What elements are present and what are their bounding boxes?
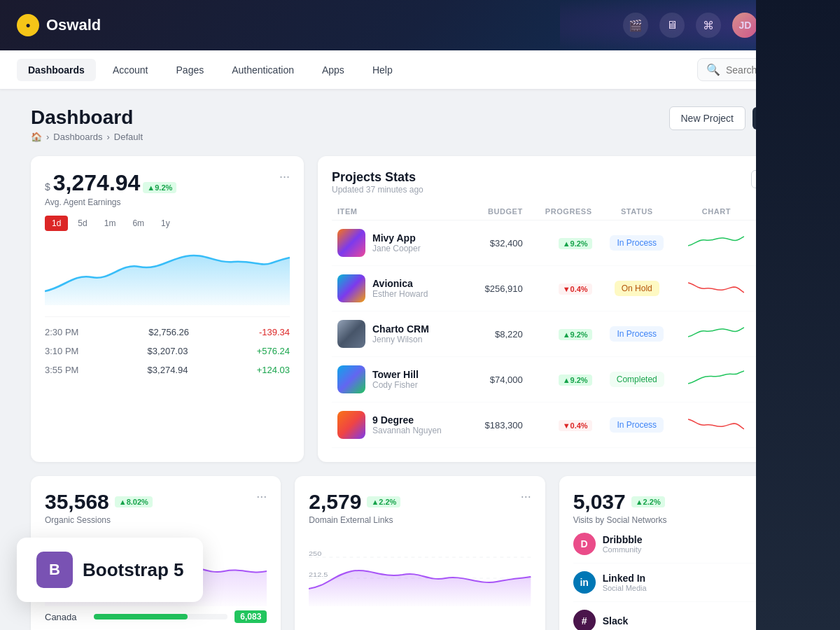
col-item: ITEM: [332, 203, 470, 220]
card-menu-icon[interactable]: ···: [279, 170, 290, 183]
links-card: ··· 2,579 ▲2.2% Domain External Links: [295, 476, 545, 630]
links-label: Domain External Links: [309, 515, 531, 525]
earnings-row-3: 3:55 PM $3,274.94 +124.03: [45, 360, 290, 379]
col-status: STATUS: [598, 203, 676, 220]
page-title: Dashboard: [31, 106, 143, 129]
status-badge: In Process: [610, 326, 664, 342]
topbar: ● Oswald 🎬 🖥 ⌘ JD + Invite: [0, 0, 840, 50]
project-thumb-charto: [337, 320, 365, 348]
breadcrumb-home[interactable]: 🏠: [31, 132, 42, 142]
subnav-item-dashboards[interactable]: Dashboards: [17, 59, 96, 81]
bootstrap-promo: B Bootstrap 5: [17, 538, 203, 602]
top-cards-row: ··· $ 3,274.94 ▲9.2% Avg. Agent Earnings…: [31, 156, 809, 462]
subnav-item-account[interactable]: Account: [102, 59, 160, 81]
earnings-subtitle: Avg. Agent Earnings: [45, 197, 290, 207]
status-badge: In Process: [610, 417, 664, 433]
table-row: Charto CRM Jenny Wilson $8,220 ▲9.2% In …: [332, 312, 795, 357]
project-thumb-tower: [337, 365, 365, 393]
subnav-item-pages[interactable]: Pages: [165, 59, 216, 81]
links-badge: ▲2.2%: [367, 496, 400, 507]
breadcrumb-dashboards[interactable]: Dashboards: [53, 132, 102, 142]
table-row: Tower Hill Cody Fisher $74,000 ▲9.2% Com…: [332, 357, 795, 402]
col-budget: BUDGET: [470, 203, 528, 220]
logo-area: ● Oswald: [17, 14, 623, 36]
status-badge: Completed: [610, 372, 664, 387]
sessions-label: Organic Sessions: [45, 515, 267, 525]
projects-header: Projects Stats Updated 37 minutes ago Hi…: [332, 170, 795, 195]
col-progress: PROGRESS: [528, 203, 598, 220]
slack-icon: #: [573, 610, 596, 630]
projects-table: ITEM BUDGET PROGRESS STATUS CHART VIEW: [332, 203, 795, 448]
linkedin-icon: in: [573, 571, 596, 594]
status-badge: On Hold: [615, 281, 659, 296]
bootstrap-icon: B: [36, 552, 73, 588]
earnings-badge: ▲9.2%: [143, 182, 176, 193]
logo-icon: ●: [17, 14, 39, 36]
time-btn-1m[interactable]: 1m: [97, 216, 123, 231]
sessions-amount: 35,568: [45, 490, 109, 514]
time-btn-1d[interactable]: 1d: [45, 216, 68, 231]
earnings-chart: [45, 242, 290, 305]
dribbble-icon: D: [573, 533, 596, 555]
status-badge: In Process: [610, 235, 664, 251]
share-icon[interactable]: ⌘: [696, 13, 721, 38]
links-amount: 2,579: [309, 490, 361, 514]
avatar[interactable]: JD: [732, 13, 757, 38]
time-filters: 1d 5d 1m 6m 1y: [45, 216, 290, 231]
time-btn-1y[interactable]: 1y: [154, 216, 177, 231]
table-row: Mivy App Jane Cooper $32,400 ▲9.2% In Pr…: [332, 220, 795, 266]
subnav-item-help[interactable]: Help: [361, 59, 404, 81]
col-chart: CHART: [676, 203, 757, 220]
monitor-icon[interactable]: 🖥: [659, 13, 685, 38]
earnings-row-1: 2:30 PM $2,756.26 -139.34: [45, 323, 290, 342]
logo-name: Oswald: [46, 16, 101, 34]
earnings-rows: 2:30 PM $2,756.26 -139.34 3:10 PM $3,207…: [45, 316, 290, 379]
earnings-card: ··· $ 3,274.94 ▲9.2% Avg. Agent Earnings…: [31, 156, 304, 462]
project-thumb-avionica: [337, 274, 365, 302]
project-thumb-9degree: [337, 411, 365, 439]
projects-card: Projects Stats Updated 37 minutes ago Hi…: [318, 156, 809, 462]
new-project-button[interactable]: New Project: [669, 106, 746, 130]
dark-overlay: [756, 0, 840, 630]
earnings-row-2: 3:10 PM $3,207.03 +576.24: [45, 342, 290, 360]
projects-updated: Updated 37 minutes ago: [332, 185, 424, 195]
earnings-value: 3,274.94: [53, 170, 141, 196]
links-chart: 250 212.5: [309, 536, 531, 606]
social-amount: 5,037: [573, 490, 626, 514]
page-header: Dashboard 🏠 › Dashboards › Default New P…: [31, 106, 809, 142]
currency-symbol: $: [45, 181, 50, 192]
page-title-area: Dashboard 🏠 › Dashboards › Default: [31, 106, 143, 142]
subnav-item-apps[interactable]: Apps: [311, 59, 356, 81]
svg-text:250: 250: [309, 550, 322, 557]
time-btn-5d[interactable]: 5d: [71, 216, 94, 231]
sessions-badge: ▲8.02%: [115, 496, 153, 507]
breadcrumb-default: Default: [114, 132, 143, 142]
bootstrap-text: Bootstrap 5: [83, 559, 183, 581]
search-icon: 🔍: [706, 63, 720, 76]
geo-row-canada: Canada 6,083: [45, 606, 267, 627]
card-menu-icon[interactable]: ···: [521, 490, 531, 503]
breadcrumb: 🏠 › Dashboards › Default: [31, 132, 143, 142]
camera-icon[interactable]: 🎬: [623, 13, 648, 38]
table-row: Avionica Esther Howard $256,910 ▼0.4% On…: [332, 266, 795, 312]
subnav-item-authentication[interactable]: Authentication: [220, 59, 305, 81]
time-btn-6m[interactable]: 6m: [125, 216, 151, 231]
table-row: 9 Degree Savannah Nguyen $183,300 ▼0.4% …: [332, 402, 795, 448]
project-thumb-mivy: [337, 229, 365, 257]
projects-title: Projects Stats: [332, 170, 424, 185]
subnav: Dashboards Account Pages Authentication …: [0, 50, 840, 90]
social-badge: ▲2.2%: [631, 496, 665, 507]
svg-text:212.5: 212.5: [309, 571, 328, 578]
earnings-amount: $ 3,274.94 ▲9.2%: [45, 170, 279, 196]
card-menu-icon[interactable]: ···: [256, 490, 267, 503]
